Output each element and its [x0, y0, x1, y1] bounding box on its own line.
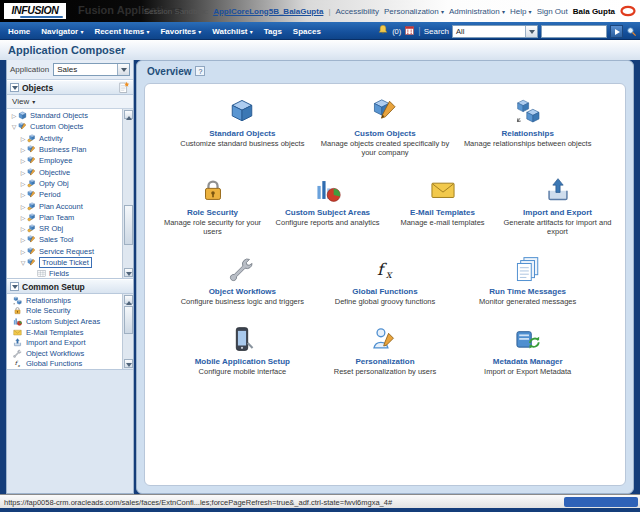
overview-item-run-time-messages[interactable]: Run Time Messages Monitor generated mess… [456, 256, 599, 306]
overview-item-import-and-export[interactable]: Import and Export Generate artifacts for… [500, 177, 615, 236]
common-setup-object-workflows[interactable]: Object Workflows [7, 348, 122, 359]
advanced-search-icon[interactable] [626, 26, 637, 37]
expand-icon[interactable]: ▷ [19, 236, 27, 243]
expand-icon[interactable]: ▷ [19, 191, 27, 198]
tree-item-plan-account[interactable]: ▷Plan Account [7, 200, 122, 211]
expand-icon[interactable]: ▷ [19, 135, 27, 142]
expand-icon[interactable]: ▷ [19, 225, 27, 232]
tree-item-sales-tool[interactable]: ▷Sales Tool [7, 234, 122, 245]
expand-icon[interactable]: ▷ [19, 248, 27, 255]
nav-navigator[interactable]: Navigator ▾ [41, 27, 83, 36]
overview-item-personalization[interactable]: Personalization Reset personalization by… [314, 326, 457, 376]
tree-item-standard-objects[interactable]: ▷Standard Objects [7, 110, 122, 121]
common-setup-role-security[interactable]: Role Security [7, 306, 122, 317]
common-setup-global-functions[interactable]: Global Functions [7, 359, 122, 370]
tree-item-custom-objects[interactable]: ▽Custom Objects [7, 121, 122, 132]
cube-pencil-icon [27, 156, 36, 165]
overview-item-custom-objects[interactable]: Custom Objects Manage objects created sp… [314, 98, 457, 157]
nav-home[interactable]: Home [8, 27, 30, 36]
cube-pencil-icon [27, 258, 36, 267]
upload-box-icon [13, 338, 22, 347]
session-sandbox-link[interactable]: ApplCoreLong5B_BalaGupta [213, 7, 323, 16]
view-menu[interactable]: View ▾ [7, 95, 133, 109]
page-title: Application Composer [8, 44, 125, 56]
tree-item-plan-team[interactable]: ▷Plan Team [7, 212, 122, 223]
overview-item-email-templates[interactable]: E-Mail Templates Manage e-mail templates [385, 177, 500, 236]
help-icon[interactable]: ? [195, 66, 205, 76]
nav-favorites[interactable]: Favorites ▾ [160, 27, 201, 36]
tree-item-trouble-ticket[interactable]: ▽Trouble Ticket [7, 257, 122, 268]
overview-item-custom-subject-areas[interactable]: Custom Subject Areas Configure reports a… [270, 177, 385, 236]
scroll-thumb[interactable] [124, 306, 133, 334]
overview-item-object-workflows[interactable]: Object Workflows Configure business logi… [171, 256, 314, 306]
expand-icon[interactable]: ▷ [19, 203, 27, 210]
cube-pencil-icon [372, 98, 398, 124]
personalization-menu[interactable]: Personalization ▾ [384, 7, 444, 16]
overview-item-relationships[interactable]: Relationships Manage relationships betwe… [456, 98, 599, 157]
nav-recent-items[interactable]: Recent Items ▾ [94, 27, 149, 36]
expand-icon[interactable]: ▷ [19, 157, 27, 164]
expand-icon[interactable]: ▷ [19, 214, 27, 221]
sign-out-link[interactable]: Sign Out [537, 7, 568, 16]
grid-icon [37, 269, 46, 278]
scroll-thumb[interactable] [124, 205, 133, 245]
collapse-icon[interactable]: ▽ [10, 123, 18, 130]
mobile-phone-icon [229, 326, 255, 352]
collapse-icon[interactable]: ▽ [19, 259, 27, 266]
overview-item-global-functions[interactable]: Global Functions Define global groovy fu… [314, 256, 457, 306]
search-scope-select[interactable]: All [452, 25, 538, 38]
scroll-down-button[interactable] [124, 359, 133, 368]
nav-watchlist[interactable]: Watchlist ▾ [212, 27, 253, 36]
expand-icon[interactable]: ▷ [19, 169, 27, 176]
search-go-button[interactable] [610, 25, 623, 38]
collapse-icon[interactable] [10, 282, 19, 291]
overview-item-mobile-application-setup[interactable]: Mobile Application Setup Configure mobil… [171, 326, 314, 376]
linked-cubes-icon [515, 98, 541, 124]
tree-item-opty-obj[interactable]: ▷Opty Obj [7, 178, 122, 189]
nav-tags[interactable]: Tags [264, 27, 282, 36]
new-object-icon[interactable] [117, 81, 130, 94]
scroll-up-button[interactable] [124, 110, 133, 119]
application-select[interactable]: Sales [53, 63, 130, 76]
common-setup-custom-subject-areas[interactable]: Custom Subject Areas [7, 316, 122, 327]
help-menu[interactable]: Help ▾ [510, 7, 532, 16]
common-setup-email-templates[interactable]: E-Mail Templates [7, 327, 122, 338]
notification-count: (0) [392, 27, 401, 36]
tree-item-employee[interactable]: ▷Employee [7, 155, 122, 166]
common-setup-relationships[interactable]: Relationships [7, 295, 122, 306]
calendar-icon[interactable] [404, 22, 415, 40]
tree-item-fields[interactable]: Fields [7, 268, 122, 279]
overview-item-role-security[interactable]: Role Security Manage role security for y… [155, 177, 270, 236]
accessibility-link[interactable]: Accessibility [335, 7, 379, 16]
notifications-bell-icon[interactable] [377, 22, 389, 40]
chevron-down-icon[interactable] [525, 26, 537, 37]
cube-pencil-icon [27, 247, 36, 256]
tree-item-service-request[interactable]: ▷Service Request [7, 246, 122, 257]
common-setup-list: Relationships Role Security Custom Subje… [7, 294, 133, 370]
divider: | [418, 26, 420, 36]
tree-item-objective[interactable]: ▷Objective [7, 166, 122, 177]
bar-pie-chart-icon [315, 177, 341, 203]
scroll-up-button[interactable] [124, 295, 133, 304]
nav-spaces[interactable]: Spaces [293, 27, 321, 36]
tree-item-business-plan[interactable]: ▷Business Plan [7, 144, 122, 155]
tree-item-activity[interactable]: ▷Activity [7, 133, 122, 144]
administration-menu[interactable]: Administration ▾ [449, 7, 505, 16]
tree-item-period[interactable]: ▷Period [7, 189, 122, 200]
tree-scrollbar[interactable] [122, 109, 133, 278]
expand-icon[interactable]: ▷ [10, 112, 18, 119]
key-cube-icon [27, 134, 36, 143]
expand-icon[interactable]: ▷ [19, 180, 27, 187]
overview-item-standard-objects[interactable]: Standard Objects Customize standard busi… [171, 98, 314, 157]
chevron-down-icon: ▾ [146, 29, 149, 35]
scroll-down-button[interactable] [124, 268, 133, 277]
common-setup-scrollbar[interactable] [122, 294, 133, 369]
tree-item-sr-obj[interactable]: ▷SR Obj [7, 223, 122, 234]
collapse-icon[interactable] [10, 83, 19, 92]
chevron-down-icon[interactable] [117, 64, 129, 75]
expand-icon[interactable]: ▷ [19, 146, 27, 153]
metadata-sync-icon [515, 326, 541, 352]
common-setup-import-and-export[interactable]: Import and Export [7, 337, 122, 348]
overview-item-metadata-manager[interactable]: Metadata Manager Import or Export Metada… [456, 326, 599, 376]
global-search-input[interactable] [541, 25, 607, 38]
